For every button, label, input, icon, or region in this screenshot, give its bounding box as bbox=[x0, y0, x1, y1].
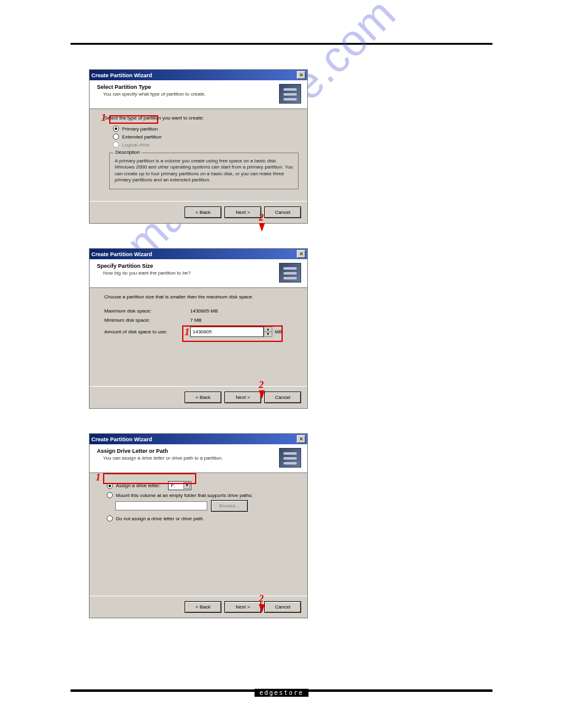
dialog-2-wrap: Create Partition Wizard ✕ Specify Partit… bbox=[89, 248, 308, 409]
dialog-footer: < Back Next > Cancel bbox=[90, 596, 307, 618]
mount-path-input bbox=[115, 501, 207, 510]
row-min-space: Minimum disk space: 7 MB bbox=[104, 317, 299, 323]
window-title: Create Partition Wizard bbox=[91, 436, 152, 442]
radio-icon bbox=[107, 492, 113, 498]
header-title: Specify Partition Size bbox=[97, 263, 191, 269]
radio-icon bbox=[107, 515, 113, 521]
groupbox-legend: Description bbox=[113, 150, 142, 155]
row-amount: Amount of disk space to use: ▲ ▼ MB bbox=[104, 327, 299, 337]
next-button[interactable]: Next > bbox=[224, 601, 261, 613]
radio-label: Mount this volume at an empty folder tha… bbox=[116, 493, 253, 498]
radio-icon bbox=[113, 134, 119, 140]
max-space-label: Maximum disk space: bbox=[104, 308, 190, 314]
row-max-space: Maximum disk space: 1430805 MB bbox=[104, 308, 299, 314]
next-button[interactable]: Next > bbox=[224, 207, 261, 218]
drive-letter-select[interactable]: F: ▼ bbox=[168, 481, 191, 490]
next-button[interactable]: Next > bbox=[224, 392, 261, 403]
mb-label: MB bbox=[275, 329, 282, 335]
radio-icon bbox=[113, 142, 119, 148]
radio-icon bbox=[113, 126, 119, 132]
titlebar: Create Partition Wizard ✕ bbox=[90, 249, 307, 259]
disk-stack-icon bbox=[279, 448, 301, 468]
radio-label: Do not assign a drive letter or drive pa… bbox=[116, 516, 203, 521]
dialog-header: Assign Drive Letter or Path You can assi… bbox=[90, 444, 307, 473]
header-title: Select Partition Type bbox=[97, 84, 205, 90]
cancel-button[interactable]: Cancel bbox=[264, 207, 301, 218]
radio-label: Extended partition bbox=[122, 134, 162, 140]
footer-brand: edgestore bbox=[71, 686, 492, 697]
spinner-down-icon[interactable]: ▼ bbox=[264, 332, 272, 336]
titlebar: Create Partition Wizard ✕ bbox=[90, 70, 307, 80]
dialog-header: Select Partition Type You can specify wh… bbox=[90, 80, 307, 109]
callout-arrow-icon bbox=[259, 223, 265, 232]
drive-letter-value: F: bbox=[170, 483, 175, 488]
amount-label: Amount of disk space to use: bbox=[104, 329, 190, 335]
window-title: Create Partition Wizard bbox=[91, 72, 152, 78]
max-space-value: 1430805 MB bbox=[190, 308, 218, 314]
dialog-3-wrap: Create Partition Wizard ✕ Assign Drive L… bbox=[89, 433, 308, 618]
radio-assign-letter[interactable]: Assign a drive letter: F: ▼ bbox=[107, 481, 299, 490]
description-text: A primary partition is a volume you crea… bbox=[115, 158, 293, 184]
radio-label: Logical drive bbox=[122, 142, 150, 148]
min-space-label: Minimum disk space: bbox=[104, 317, 190, 323]
dialog-footer: < Back Next > Cancel bbox=[90, 201, 307, 223]
browse-button: Browse... bbox=[211, 500, 248, 512]
intro-text: Choose a partition size that is smaller … bbox=[104, 294, 299, 300]
min-space-value: 7 MB bbox=[190, 317, 202, 323]
disk-stack-icon bbox=[279, 263, 301, 282]
dialog-assign-drive-letter: Create Partition Wizard ✕ Assign Drive L… bbox=[89, 433, 308, 618]
radio-logical-drive: Logical drive bbox=[113, 142, 299, 148]
header-subtitle: How big do you want the partition to be? bbox=[103, 270, 191, 276]
titlebar: Create Partition Wizard ✕ bbox=[90, 434, 307, 444]
cancel-button[interactable]: Cancel bbox=[264, 392, 301, 403]
dialog-body: Select the type of partition you want to… bbox=[90, 109, 307, 201]
chevron-down-icon: ▼ bbox=[183, 482, 190, 489]
radio-label: Assign a drive letter: bbox=[116, 483, 160, 488]
close-button[interactable]: ✕ bbox=[297, 435, 305, 443]
radio-label: Primary partition bbox=[122, 126, 158, 132]
window-title: Create Partition Wizard bbox=[91, 251, 152, 257]
close-button[interactable]: ✕ bbox=[297, 250, 305, 258]
header-subtitle: You can assign a drive letter or drive p… bbox=[103, 455, 223, 461]
header-title: Assign Drive Letter or Path bbox=[97, 448, 223, 454]
radio-primary-partition[interactable]: Primary partition bbox=[113, 126, 299, 132]
dialog-body: Assign a drive letter: F: ▼ Mount this v… bbox=[90, 473, 307, 596]
page-footer: edgestore bbox=[71, 689, 492, 697]
spinner-up-icon[interactable]: ▲ bbox=[264, 327, 272, 332]
close-icon: ✕ bbox=[299, 252, 304, 257]
radio-no-assign[interactable]: Do not assign a drive letter or drive pa… bbox=[107, 515, 299, 521]
dialog-body: Choose a partition size that is smaller … bbox=[90, 288, 307, 386]
dialog-footer: < Back Next > Cancel bbox=[90, 386, 307, 408]
top-rule bbox=[71, 43, 492, 45]
radio-mount-folder[interactable]: Mount this volume at an empty folder tha… bbox=[107, 492, 299, 498]
amount-spinner[interactable]: ▲ ▼ bbox=[264, 327, 272, 337]
back-button[interactable]: < Back bbox=[185, 392, 221, 403]
close-icon: ✕ bbox=[299, 73, 304, 78]
dialog-select-partition-type: Create Partition Wizard ✕ Select Partiti… bbox=[89, 69, 308, 224]
back-button[interactable]: < Back bbox=[185, 207, 221, 218]
cancel-button[interactable]: Cancel bbox=[264, 601, 301, 613]
dialog-header: Specify Partition Size How big do you wa… bbox=[90, 259, 307, 288]
description-groupbox: Description A primary partition is a vol… bbox=[109, 153, 299, 189]
intro-text: Select the type of partition you want to… bbox=[104, 115, 299, 121]
dialog-1-wrap: Create Partition Wizard ✕ Select Partiti… bbox=[89, 69, 308, 224]
header-subtitle: You can specify what type of partition t… bbox=[103, 91, 205, 97]
amount-input[interactable] bbox=[190, 327, 264, 337]
close-button[interactable]: ✕ bbox=[297, 71, 305, 79]
radio-icon bbox=[107, 483, 113, 489]
dialog-specify-partition-size: Create Partition Wizard ✕ Specify Partit… bbox=[89, 248, 308, 409]
disk-stack-icon bbox=[279, 84, 301, 104]
close-icon: ✕ bbox=[299, 437, 304, 442]
radio-extended-partition[interactable]: Extended partition bbox=[113, 134, 299, 140]
back-button[interactable]: < Back bbox=[185, 601, 221, 613]
